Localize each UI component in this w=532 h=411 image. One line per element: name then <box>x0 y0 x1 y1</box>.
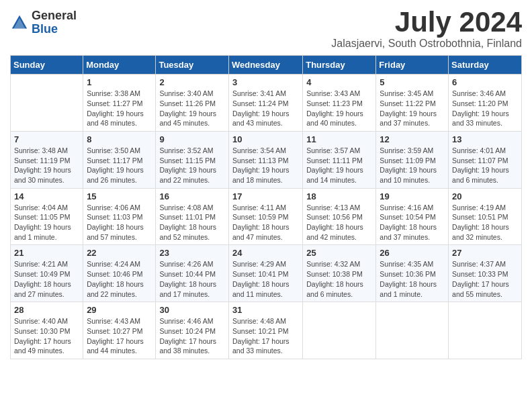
day-info: Sunrise: 4:13 AM Sunset: 10:56 PM Daylig… <box>306 203 372 242</box>
day-info: Sunrise: 4:37 AM Sunset: 10:33 PM Daylig… <box>452 259 518 299</box>
logo: General Blue <box>10 9 77 36</box>
calendar-cell: 19Sunrise: 4:16 AM Sunset: 10:54 PM Dayl… <box>376 188 449 245</box>
calendar-table: SundayMondayTuesdayWednesdayThursdayFrid… <box>10 55 522 359</box>
calendar-cell: 14Sunrise: 4:04 AM Sunset: 11:05 PM Dayl… <box>11 188 83 245</box>
calendar-cell: 21Sunrise: 4:21 AM Sunset: 10:49 PM Dayl… <box>11 245 83 302</box>
day-number: 22 <box>87 248 152 258</box>
day-info: Sunrise: 4:21 AM Sunset: 10:49 PM Daylig… <box>14 259 79 299</box>
day-number: 18 <box>306 191 372 201</box>
day-info: Sunrise: 3:52 AM Sunset: 11:15 PM Daylig… <box>159 146 225 185</box>
logo-general: General <box>32 9 77 23</box>
header-row: SundayMondayTuesdayWednesdayThursdayFrid… <box>11 56 522 75</box>
day-number: 2 <box>159 77 225 87</box>
day-number: 14 <box>14 191 79 201</box>
day-number: 19 <box>380 191 445 201</box>
page-header: General Blue July 2024 Jalasjaervi, Sout… <box>10 7 522 50</box>
day-info: Sunrise: 3:46 AM Sunset: 11:20 PM Daylig… <box>452 89 518 128</box>
header-sunday: Sunday <box>11 56 83 75</box>
calendar-cell: 22Sunrise: 4:24 AM Sunset: 10:46 PM Dayl… <box>83 245 156 302</box>
day-number: 24 <box>232 248 299 258</box>
day-info: Sunrise: 3:41 AM Sunset: 11:24 PM Daylig… <box>232 89 299 128</box>
week-row-2: 7Sunrise: 3:48 AM Sunset: 11:19 PM Dayli… <box>11 131 522 188</box>
day-info: Sunrise: 3:43 AM Sunset: 11:23 PM Daylig… <box>306 89 372 128</box>
calendar-cell <box>449 302 522 359</box>
day-number: 17 <box>232 191 299 201</box>
calendar-cell: 23Sunrise: 4:26 AM Sunset: 10:44 PM Dayl… <box>156 245 229 302</box>
day-info: Sunrise: 4:04 AM Sunset: 11:05 PM Daylig… <box>14 203 79 242</box>
header-friday: Friday <box>376 56 449 75</box>
day-info: Sunrise: 4:48 AM Sunset: 10:21 PM Daylig… <box>232 316 299 356</box>
calendar-cell: 11Sunrise: 3:57 AM Sunset: 11:11 PM Dayl… <box>303 131 376 188</box>
day-number: 6 <box>452 77 518 87</box>
day-number: 20 <box>452 191 518 201</box>
calendar-cell: 15Sunrise: 4:06 AM Sunset: 11:03 PM Dayl… <box>83 188 156 245</box>
day-number: 29 <box>87 305 152 315</box>
day-number: 27 <box>452 248 518 258</box>
day-number: 26 <box>380 248 445 258</box>
day-info: Sunrise: 3:38 AM Sunset: 11:27 PM Daylig… <box>87 89 152 128</box>
day-number: 5 <box>380 77 445 87</box>
week-row-5: 28Sunrise: 4:40 AM Sunset: 10:30 PM Dayl… <box>11 302 522 359</box>
calendar-cell: 27Sunrise: 4:37 AM Sunset: 10:33 PM Dayl… <box>449 245 522 302</box>
calendar-cell: 29Sunrise: 4:43 AM Sunset: 10:27 PM Dayl… <box>83 302 156 359</box>
logo-text: General Blue <box>32 9 77 36</box>
day-info: Sunrise: 4:19 AM Sunset: 10:51 PM Daylig… <box>452 203 518 242</box>
calendar-cell: 2Sunrise: 3:40 AM Sunset: 11:26 PM Dayli… <box>156 75 229 132</box>
calendar-cell: 16Sunrise: 4:08 AM Sunset: 11:01 PM Dayl… <box>156 188 229 245</box>
calendar-cell: 9Sunrise: 3:52 AM Sunset: 11:15 PM Dayli… <box>156 131 229 188</box>
day-info: Sunrise: 4:16 AM Sunset: 10:54 PM Daylig… <box>380 203 445 242</box>
day-number: 8 <box>87 134 152 144</box>
calendar-cell: 10Sunrise: 3:54 AM Sunset: 11:13 PM Dayl… <box>228 131 302 188</box>
location-title: Jalasjaervi, South Ostrobothnia, Finland <box>331 38 522 50</box>
day-info: Sunrise: 4:26 AM Sunset: 10:44 PM Daylig… <box>159 259 225 299</box>
day-info: Sunrise: 4:01 AM Sunset: 11:07 PM Daylig… <box>452 146 518 185</box>
calendar-cell: 5Sunrise: 3:45 AM Sunset: 11:22 PM Dayli… <box>376 75 449 132</box>
day-number: 12 <box>380 134 445 144</box>
calendar-cell: 18Sunrise: 4:13 AM Sunset: 10:56 PM Dayl… <box>303 188 376 245</box>
calendar-cell: 1Sunrise: 3:38 AM Sunset: 11:27 PM Dayli… <box>83 75 156 132</box>
header-tuesday: Tuesday <box>156 56 229 75</box>
day-info: Sunrise: 4:40 AM Sunset: 10:30 PM Daylig… <box>14 316 79 356</box>
week-row-1: 1Sunrise: 3:38 AM Sunset: 11:27 PM Dayli… <box>11 75 522 132</box>
day-number: 15 <box>87 191 152 201</box>
week-row-3: 14Sunrise: 4:04 AM Sunset: 11:05 PM Dayl… <box>11 188 522 245</box>
day-number: 28 <box>14 305 79 315</box>
day-number: 9 <box>159 134 225 144</box>
calendar-cell <box>303 302 376 359</box>
day-number: 4 <box>306 77 372 87</box>
day-info: Sunrise: 4:24 AM Sunset: 10:46 PM Daylig… <box>87 259 152 299</box>
day-info: Sunrise: 4:29 AM Sunset: 10:41 PM Daylig… <box>232 259 299 299</box>
day-number: 23 <box>159 248 225 258</box>
calendar-cell: 26Sunrise: 4:35 AM Sunset: 10:36 PM Dayl… <box>376 245 449 302</box>
calendar-cell: 30Sunrise: 4:46 AM Sunset: 10:24 PM Dayl… <box>156 302 229 359</box>
calendar-cell: 8Sunrise: 3:50 AM Sunset: 11:17 PM Dayli… <box>83 131 156 188</box>
title-section: July 2024 Jalasjaervi, South Ostrobothni… <box>331 7 522 50</box>
day-number: 3 <box>232 77 299 87</box>
day-number: 30 <box>159 305 225 315</box>
calendar-cell: 31Sunrise: 4:48 AM Sunset: 10:21 PM Dayl… <box>228 302 302 359</box>
day-info: Sunrise: 4:43 AM Sunset: 10:27 PM Daylig… <box>87 316 152 356</box>
day-info: Sunrise: 4:06 AM Sunset: 11:03 PM Daylig… <box>87 203 152 242</box>
calendar-cell <box>376 302 449 359</box>
header-monday: Monday <box>83 56 156 75</box>
logo-icon <box>10 13 29 32</box>
day-info: Sunrise: 3:54 AM Sunset: 11:13 PM Daylig… <box>232 146 299 185</box>
calendar-cell: 4Sunrise: 3:43 AM Sunset: 11:23 PM Dayli… <box>303 75 376 132</box>
header-saturday: Saturday <box>449 56 522 75</box>
calendar-cell: 6Sunrise: 3:46 AM Sunset: 11:20 PM Dayli… <box>449 75 522 132</box>
calendar-cell: 7Sunrise: 3:48 AM Sunset: 11:19 PM Dayli… <box>11 131 83 188</box>
day-number: 31 <box>232 305 299 315</box>
calendar-cell: 28Sunrise: 4:40 AM Sunset: 10:30 PM Dayl… <box>11 302 83 359</box>
day-number: 11 <box>306 134 372 144</box>
month-title: July 2024 <box>331 7 522 38</box>
day-info: Sunrise: 3:50 AM Sunset: 11:17 PM Daylig… <box>87 146 152 185</box>
calendar-cell: 20Sunrise: 4:19 AM Sunset: 10:51 PM Dayl… <box>449 188 522 245</box>
calendar-cell: 3Sunrise: 3:41 AM Sunset: 11:24 PM Dayli… <box>228 75 302 132</box>
calendar-cell: 12Sunrise: 3:59 AM Sunset: 11:09 PM Dayl… <box>376 131 449 188</box>
week-row-4: 21Sunrise: 4:21 AM Sunset: 10:49 PM Dayl… <box>11 245 522 302</box>
calendar-cell <box>11 75 83 132</box>
logo-blue: Blue <box>32 23 77 36</box>
day-info: Sunrise: 3:45 AM Sunset: 11:22 PM Daylig… <box>380 89 445 128</box>
day-number: 10 <box>232 134 299 144</box>
day-info: Sunrise: 4:08 AM Sunset: 11:01 PM Daylig… <box>159 203 225 242</box>
